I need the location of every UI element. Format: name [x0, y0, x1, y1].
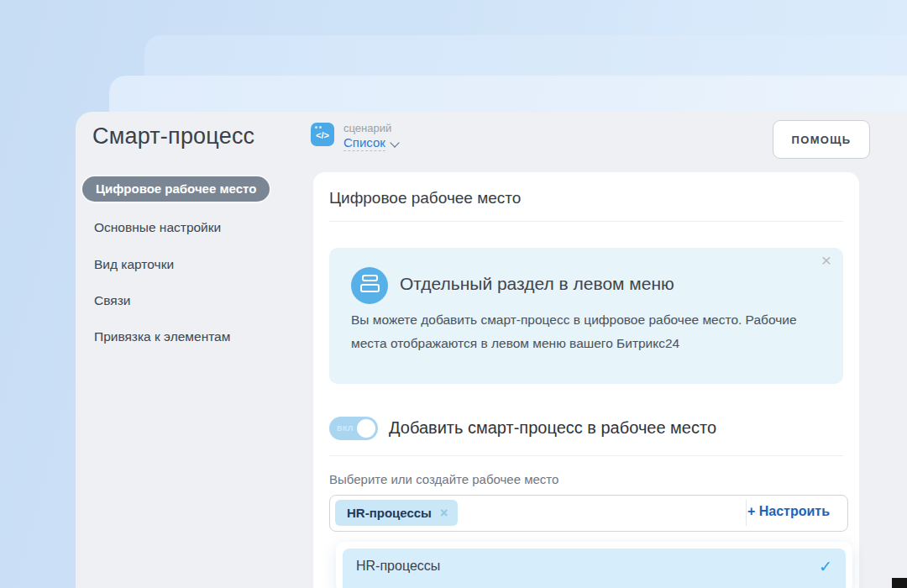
page-title: Смарт-процесс: [92, 123, 254, 150]
sidebar-item-main-settings[interactable]: Основные настройки: [94, 220, 221, 235]
divider: [329, 455, 843, 456]
selected-workspace-tag: HR-процессы ×: [335, 500, 458, 526]
workspace-menu-icon: [351, 267, 388, 304]
workspace-dropdown: HR-процессы ✓: [336, 542, 852, 588]
close-icon[interactable]: ×: [821, 251, 831, 269]
configure-link[interactable]: + Настроить: [747, 504, 830, 519]
content-panel: Цифровое рабочее место × Отдельный разде…: [313, 172, 859, 588]
scenario-label: сценарий: [343, 123, 398, 134]
scenario-selector: </> сценарий Список: [311, 123, 398, 151]
tag-label: HR-процессы: [347, 506, 432, 520]
info-banner-title: Отдельный раздел в левом меню: [400, 274, 674, 294]
help-button[interactable]: помощь: [773, 120, 870, 159]
scenario-value-dropdown[interactable]: Список: [343, 136, 385, 151]
toggle-knob[interactable]: [357, 419, 375, 438]
checkmark-icon: ✓: [819, 557, 832, 576]
input-divider: [746, 500, 747, 526]
toggle-label: Добавить смарт-процесс в рабочее место: [389, 418, 716, 438]
add-to-workspace-toggle[interactable]: вкл: [329, 417, 378, 440]
settings-window: Смарт-процесс </> сценарий Список помощь…: [76, 112, 907, 588]
divider: [329, 221, 843, 222]
sidebar-item-card-view[interactable]: Вид карточки: [94, 257, 174, 272]
sidebar-item-element-binding[interactable]: Привязка к элементам: [94, 329, 230, 344]
info-banner: × Отдельный раздел в левом меню Вы может…: [329, 248, 843, 384]
tag-remove-icon[interactable]: ×: [440, 507, 448, 520]
workspace-select-input[interactable]: HR-процессы × + Настроить: [329, 495, 848, 532]
dropdown-item-label: HR-процессы: [356, 559, 440, 574]
page-background: Смарт-процесс </> сценарий Список помощь…: [0, 0, 907, 588]
screen-artifact: [892, 578, 907, 588]
sidebar-item-relations[interactable]: Связи: [94, 293, 130, 308]
sidebar-item-digital-workspace[interactable]: Цифровое рабочее место: [82, 176, 270, 202]
info-banner-body: Вы можете добавить смарт-процесс в цифро…: [351, 308, 809, 355]
toggle-state-label: вкл: [337, 424, 354, 433]
scenario-code-window-icon: </>: [311, 123, 334, 146]
chevron-down-icon[interactable]: [390, 138, 399, 147]
dropdown-item-hr-processes[interactable]: HR-процессы ✓: [343, 549, 846, 588]
panel-heading: Цифровое рабочее место: [329, 189, 521, 207]
workspace-select-label: Выберите или создайте рабочее место: [329, 472, 558, 486]
